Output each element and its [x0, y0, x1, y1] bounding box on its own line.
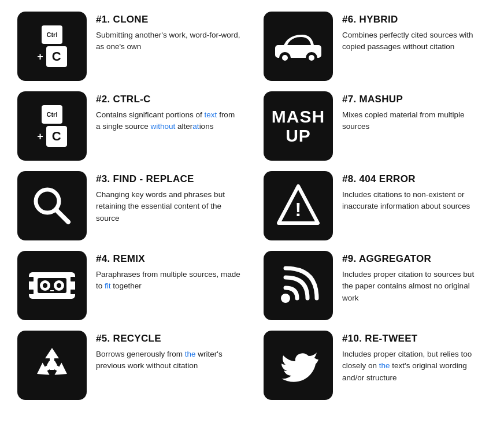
ctrlc-text: #2. CTRL-C Contains significant portions… [96, 91, 240, 133]
retweet-title: #10. RE-TWEET [342, 333, 487, 344]
find-replace-icon [17, 171, 87, 240]
svg-point-20 [281, 294, 290, 303]
find-replace-title: #3. FIND - REPLACE [96, 173, 240, 185]
svg-line-6 [56, 210, 68, 222]
recycle-title: #5. RECYCLE [96, 333, 240, 344]
svg-point-2 [282, 55, 288, 61]
svg-rect-16 [29, 277, 34, 281]
list-item: #4. REMIX Paraphrases from multiple sour… [17, 251, 240, 320]
remix-icon [17, 251, 87, 320]
svg-rect-18 [29, 290, 34, 294]
aggregator-desc: Includes proper citation to sources but … [342, 269, 487, 304]
recycle-icon [17, 331, 87, 400]
list-item: Ctrl + C #2. CTRL-C Contains significant… [17, 91, 240, 161]
list-item: ! #8. 404 ERROR Includes citations to no… [264, 171, 487, 240]
list-item: Ctrl + C #1. CLONE Submitting another's … [17, 12, 240, 81]
recycle-text: #5. RECYCLE Borrows generously from the … [96, 331, 240, 372]
clone-icon: Ctrl + C [17, 12, 87, 81]
retweet-icon [264, 331, 333, 400]
clone-desc: Submitting another's work, word-for-word… [96, 29, 240, 53]
clone-text: #1. CLONE Submitting another's work, wor… [96, 12, 240, 53]
mashup-title: #7. MASHUP [342, 94, 487, 105]
hybrid-title: #6. HYBRID [342, 14, 487, 25]
ctrlc-desc: Contains significant portions of text fr… [96, 109, 240, 133]
list-item: #6. HYBRID Combines perfectly cited sour… [264, 12, 487, 81]
aggregator-text: #9. AGGREGATOR Includes proper citation … [342, 251, 487, 304]
ctrlc-title: #2. CTRL-C [96, 94, 240, 105]
error-icon: ! [264, 171, 333, 240]
svg-point-14 [57, 283, 61, 288]
clone-title: #1. CLONE [96, 14, 240, 25]
list-item: #3. FIND - REPLACE Changing key words an… [17, 171, 240, 240]
hybrid-text: #6. HYBRID Combines perfectly cited sour… [342, 12, 487, 53]
list-item: #10. RE-TWEET Includes proper citation, … [264, 331, 487, 400]
mashup-icon: MASHUP [264, 91, 333, 161]
remix-desc: Paraphrases from multiple sources, made … [96, 269, 240, 292]
mashup-text: #7. MASHUP Mixes copied material from mu… [342, 91, 487, 133]
svg-rect-19 [71, 290, 75, 294]
svg-rect-17 [71, 277, 75, 281]
error-text: #8. 404 ERROR Includes citations to non-… [342, 171, 487, 213]
list-item: MASHUP #7. MASHUP Mixes copied material … [264, 91, 487, 161]
hybrid-icon [264, 12, 333, 81]
recycle-desc: Borrows generously from the writer's pre… [96, 349, 240, 372]
aggregator-icon [264, 251, 333, 320]
svg-point-12 [43, 283, 47, 288]
ctrlc-icon: Ctrl + C [17, 91, 87, 161]
remix-title: #4. REMIX [96, 253, 240, 265]
list-item: #9. AGGREGATOR Includes proper citation … [264, 251, 487, 320]
aggregator-title: #9. AGGREGATOR [342, 253, 487, 265]
retweet-desc: Includes proper citation, but relies too… [342, 349, 487, 384]
svg-text:!: ! [295, 198, 301, 220]
find-replace-desc: Changing key words and phrases but retai… [96, 189, 240, 224]
svg-point-4 [309, 55, 314, 61]
retweet-text: #10. RE-TWEET Includes proper citation, … [342, 331, 487, 384]
mashup-desc: Mixes copied material from multiple sour… [342, 109, 487, 133]
plagiarism-grid: Ctrl + C #1. CLONE Submitting another's … [17, 12, 487, 400]
error-desc: Includes citations to non-existent or in… [342, 189, 487, 213]
hybrid-desc: Combines perfectly cited sources with co… [342, 29, 487, 53]
find-replace-text: #3. FIND - REPLACE Changing key words an… [96, 171, 240, 224]
list-item: #5. RECYCLE Borrows generously from the … [17, 331, 240, 400]
remix-text: #4. REMIX Paraphrases from multiple sour… [96, 251, 240, 292]
error-title: #8. 404 ERROR [342, 173, 487, 185]
